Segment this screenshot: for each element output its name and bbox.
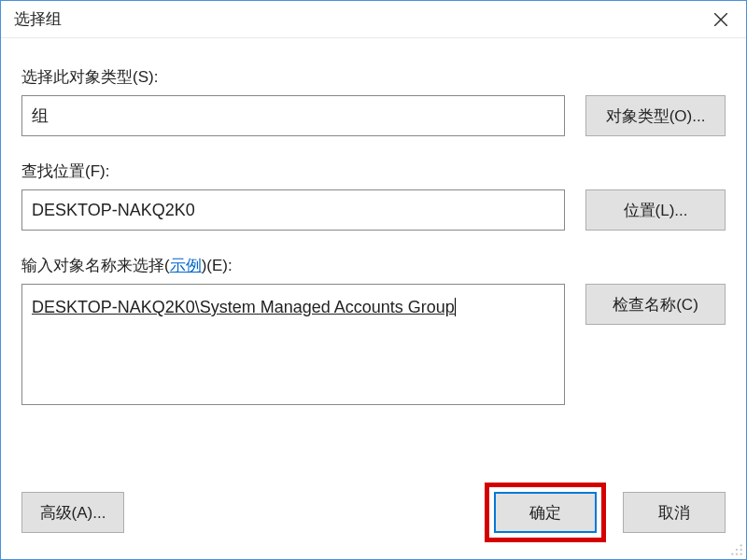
- svg-point-4: [740, 549, 742, 551]
- svg-point-2: [740, 544, 742, 546]
- ok-highlight-box: 确定: [485, 483, 606, 542]
- dialog-content: 选择此对象类型(S): 组 对象类型(O)... 查找位置(F): DESKTO…: [1, 38, 746, 477]
- svg-point-3: [736, 549, 738, 551]
- enter-names-label: 输入对象名称来选择(示例)(E):: [21, 255, 726, 276]
- check-names-button[interactable]: 检查名称(C): [585, 284, 726, 325]
- dialog-footer: 高级(A)... 确定 取消: [1, 477, 746, 559]
- svg-point-5: [731, 553, 733, 555]
- window-title: 选择组: [14, 8, 62, 30]
- object-type-row: 组 对象类型(O)...: [21, 95, 726, 136]
- svg-point-7: [740, 553, 742, 555]
- enter-names-prefix: 输入对象名称来选择(: [21, 257, 170, 274]
- svg-point-6: [736, 553, 738, 555]
- object-types-button[interactable]: 对象类型(O)...: [585, 95, 726, 136]
- resize-grip-icon[interactable]: [730, 543, 743, 556]
- close-icon: [714, 13, 727, 26]
- locations-button[interactable]: 位置(L)...: [585, 189, 726, 231]
- enter-names-suffix: )(E):: [202, 257, 233, 274]
- cancel-button[interactable]: 取消: [623, 492, 726, 533]
- ok-button[interactable]: 确定: [494, 492, 597, 533]
- location-field: DESKTOP-NAKQ2K0: [21, 189, 565, 231]
- object-type-field: 组: [21, 95, 565, 136]
- object-type-label: 选择此对象类型(S):: [21, 66, 726, 88]
- titlebar: 选择组: [1, 1, 746, 38]
- object-names-input[interactable]: DESKTOP-NAKQ2K0\System Managed Accounts …: [21, 284, 565, 405]
- advanced-button[interactable]: 高级(A)...: [21, 492, 124, 533]
- object-name-value: DESKTOP-NAKQ2K0\System Managed Accounts …: [32, 298, 456, 316]
- location-row: DESKTOP-NAKQ2K0 位置(L)...: [21, 189, 726, 231]
- select-groups-dialog: 选择组 选择此对象类型(S): 组 对象类型(O)... 查找位置(F): DE…: [0, 0, 747, 560]
- object-names-row: DESKTOP-NAKQ2K0\System Managed Accounts …: [21, 284, 726, 405]
- close-button[interactable]: [699, 4, 742, 35]
- examples-link[interactable]: 示例: [170, 257, 202, 274]
- location-label: 查找位置(F):: [21, 161, 726, 182]
